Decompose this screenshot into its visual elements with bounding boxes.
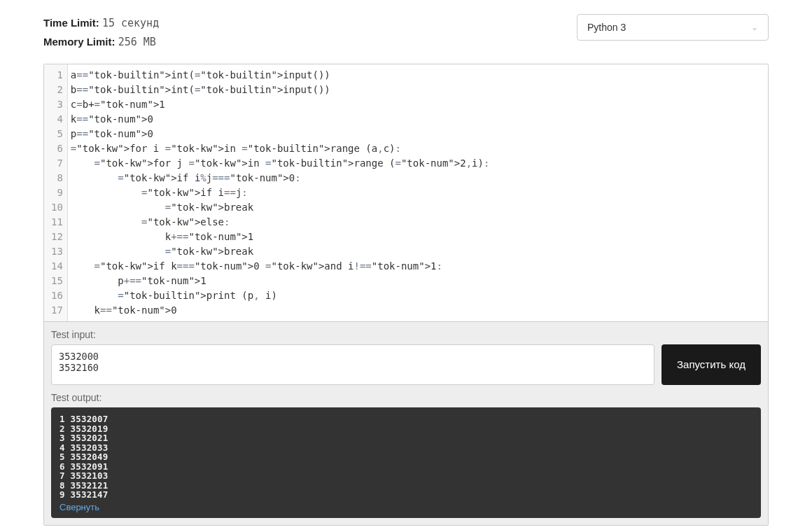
limits-block: Time Limit: 15 секунд Memory Limit: 256 …: [43, 14, 159, 51]
test-output: 1 3532007 2 3532019 3 3532021 4 3532033 …: [51, 407, 761, 518]
memory-limit-value: 256 MB: [118, 36, 156, 48]
language-selector[interactable]: Python 3 ⌄: [577, 14, 769, 41]
editor-box: 1234567891011121314151617 a=="tok-builti…: [43, 64, 769, 526]
test-output-label: Test output:: [51, 392, 761, 403]
code-editor[interactable]: 1234567891011121314151617 a=="tok-builti…: [44, 64, 768, 321]
collapse-link[interactable]: Свернуть: [59, 502, 99, 512]
test-output-text: 1 3532007 2 3532019 3 3532021 4 3532033 …: [59, 414, 752, 500]
header-row: Time Limit: 15 секунд Memory Limit: 256 …: [43, 14, 769, 51]
test-input[interactable]: [51, 344, 654, 385]
run-code-button[interactable]: Запустить код: [662, 344, 761, 385]
line-number-gutter: 1234567891011121314151617: [44, 64, 68, 321]
memory-limit-label: Memory Limit:: [43, 36, 115, 48]
time-limit-value: 15 секунд: [102, 17, 159, 29]
code-content[interactable]: a=="tok-builtin">int(="tok-builtin">inpu…: [68, 64, 490, 321]
test-input-label: Test input:: [51, 329, 761, 340]
chevron-down-icon: ⌄: [751, 22, 758, 32]
test-panel: Test input: Запустить код Test output: 1…: [44, 321, 768, 525]
time-limit-label: Time Limit:: [43, 17, 99, 29]
language-selected: Python 3: [587, 22, 626, 33]
